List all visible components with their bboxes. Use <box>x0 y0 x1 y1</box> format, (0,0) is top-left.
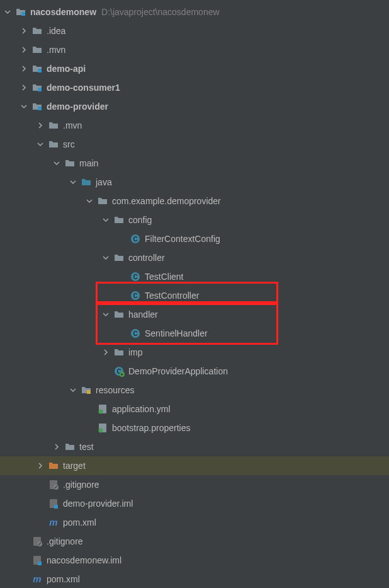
package-icon <box>113 309 125 320</box>
tree-item-config[interactable]: config <box>0 210 389 229</box>
chevron-down-icon[interactable] <box>19 101 29 112</box>
package-icon <box>113 252 125 263</box>
tree-item--idea[interactable]: .idea <box>0 21 389 40</box>
spring-icon <box>97 422 108 434</box>
tree-item-resources[interactable]: resources <box>0 381 389 400</box>
tree-item-imp[interactable]: imp <box>0 343 389 362</box>
chevron-right-icon[interactable] <box>52 442 62 452</box>
tree-item-label: target <box>63 461 86 471</box>
class-icon: C <box>130 271 141 282</box>
package-icon <box>113 214 125 226</box>
tree-item--gitignore[interactable]: .gitignore <box>0 532 389 551</box>
tree-item-path: D:\javaproject\nacosdemonew <box>101 7 220 17</box>
chevron-right-icon[interactable] <box>35 461 45 471</box>
tree-item-label: demo-api <box>47 64 86 74</box>
chevron-placeholder <box>117 291 127 301</box>
tree-item-demo-consumer1[interactable]: demo-consumer1 <box>0 78 389 97</box>
tree-item-label: DemoProviderApplication <box>128 366 228 376</box>
tree-item-sentinelhandler[interactable]: CSentinelHandler <box>0 324 389 343</box>
chevron-right-icon[interactable] <box>19 83 29 93</box>
chevron-down-icon[interactable] <box>84 196 94 206</box>
tree-item-label: com.example.demoprovider <box>112 196 221 206</box>
chevron-down-icon[interactable] <box>3 7 13 17</box>
chevron-down-icon[interactable] <box>68 177 78 187</box>
chevron-down-icon[interactable] <box>52 158 62 168</box>
tree-item-application-yml[interactable]: application.yml <box>0 400 389 418</box>
tree-item-pom-xml[interactable]: mpom.xml <box>0 570 389 588</box>
target-folder-icon <box>48 460 59 471</box>
maven-icon: m <box>48 517 59 528</box>
tree-item-src[interactable]: src <box>0 135 389 154</box>
project-tree[interactable]: nacosdemonewD:\javaproject\nacosdemonew.… <box>0 3 389 588</box>
tree-item-demo-api[interactable]: demo-api <box>0 59 389 78</box>
tree-item-demo-provider-iml[interactable]: demo-provider.iml <box>0 494 389 513</box>
chevron-placeholder <box>19 536 29 546</box>
tree-item-demoproviderapplication[interactable]: CDemoProviderApplication <box>0 362 389 381</box>
svg-rect-1 <box>38 69 42 72</box>
svg-rect-2 <box>38 88 42 91</box>
svg-text:C: C <box>133 292 137 299</box>
folder-icon <box>64 441 76 453</box>
chevron-down-icon[interactable] <box>68 385 78 395</box>
chevron-right-icon[interactable] <box>101 347 111 357</box>
class-icon: C <box>130 290 141 301</box>
tree-item-label: FilterContextConfig <box>145 234 220 244</box>
tree-item--gitignore[interactable]: .gitignore <box>0 475 389 494</box>
svg-text:C: C <box>133 274 137 280</box>
svg-rect-30 <box>38 562 42 565</box>
tree-item-nacosdemonew[interactable]: nacosdemonewD:\javaproject\nacosdemonew <box>0 3 389 21</box>
tree-item-label: demo-provider <box>47 101 108 112</box>
chevron-placeholder <box>19 555 29 565</box>
chevron-down-icon[interactable] <box>101 309 111 320</box>
module-folder-icon <box>31 82 43 93</box>
package-icon <box>113 347 125 358</box>
tree-item-main[interactable]: main <box>0 154 389 173</box>
tree-item-nacosdemonew-iml[interactable]: nacosdemonew.iml <box>0 551 389 570</box>
tree-item-bootstrap-properties[interactable]: bootstrap.properties <box>0 418 389 437</box>
tree-item-label: bootstrap.properties <box>112 423 191 433</box>
chevron-down-icon[interactable] <box>101 253 111 263</box>
chevron-placeholder <box>35 517 45 527</box>
tree-item-label: demo-consumer1 <box>47 83 120 93</box>
class-icon: C <box>130 328 141 339</box>
chevron-down-icon[interactable] <box>101 215 111 225</box>
tree-item--mvn[interactable]: .mvn <box>0 40 389 59</box>
tree-item-demo-provider[interactable]: demo-provider <box>0 97 389 116</box>
class-run-icon: C <box>113 366 125 377</box>
chevron-right-icon[interactable] <box>35 120 45 130</box>
chevron-right-icon[interactable] <box>19 45 29 55</box>
chevron-right-icon[interactable] <box>19 64 29 74</box>
maven-icon: m <box>31 574 43 585</box>
chevron-down-icon[interactable] <box>35 139 45 149</box>
tree-item-test[interactable]: test <box>0 437 389 456</box>
chevron-placeholder <box>19 574 29 584</box>
tree-item-target[interactable]: target <box>0 456 389 475</box>
tree-item-label: resources <box>96 385 134 395</box>
tree-item-java[interactable]: java <box>0 173 389 192</box>
tree-item-filtercontextconfig[interactable]: CFilterContextConfig <box>0 229 389 248</box>
svg-text:C: C <box>133 236 137 243</box>
tree-item-label: pom.xml <box>47 574 80 584</box>
tree-item-controller[interactable]: controller <box>0 248 389 267</box>
folder-icon <box>48 139 59 150</box>
tree-item-label: demo-provider.iml <box>63 499 133 509</box>
tree-item-handler[interactable]: handler <box>0 305 389 324</box>
tree-item--mvn[interactable]: .mvn <box>0 116 389 135</box>
gitignore-icon <box>48 479 59 490</box>
svg-rect-15 <box>87 390 91 394</box>
chevron-right-icon[interactable] <box>19 26 29 36</box>
tree-item-label: handler <box>128 309 158 320</box>
tree-item-testcontroller[interactable]: CTestController <box>0 286 389 305</box>
tree-item-label: application.yml <box>112 404 171 414</box>
tree-item-label: .gitignore <box>63 480 99 490</box>
gitignore-icon <box>31 536 43 547</box>
svg-text:m: m <box>49 517 57 527</box>
tree-item-testclient[interactable]: CTestClient <box>0 267 389 286</box>
tree-item-pom-xml[interactable]: mpom.xml <box>0 513 389 532</box>
chevron-placeholder <box>35 480 45 490</box>
tree-item-com-example-demoprovider[interactable]: com.example.demoprovider <box>0 192 389 210</box>
tree-item-label: nacosdemonew.iml <box>47 555 121 565</box>
tree-item-label: test <box>79 442 94 452</box>
class-icon: C <box>130 233 141 245</box>
svg-text:m: m <box>33 574 41 584</box>
